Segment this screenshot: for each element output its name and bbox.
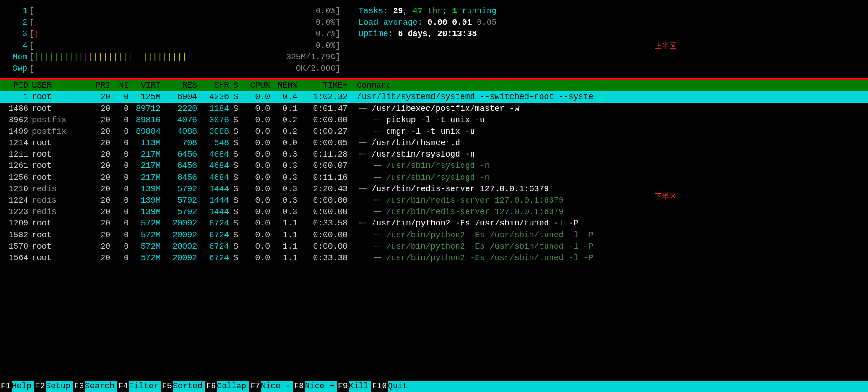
cell-user: root [28,137,88,149]
table-row[interactable]: 1224redis200139M57921444S0.00.30:00.00│ … [0,195,868,206]
fkey-f3[interactable]: F3 [73,381,85,392]
cell-res: 6456 [161,172,197,183]
cell-pid: 1256 [1,172,28,183]
cell-user: root [28,160,88,172]
table-row[interactable]: 1570root200572M200926724S0.01.10:00.00│ … [0,241,868,252]
cell-mem: 1.1 [270,218,297,229]
cell-res: 5792 [161,183,197,195]
cell-ni: 0 [110,183,129,195]
table-row[interactable]: 1209root200572M200926724S0.01.10:33.58├─… [0,218,868,229]
table-header[interactable]: PID USER PRI NI VIRT RES SHR S CPU% MEM%… [0,80,868,91]
cell-command: │ ├─ /usr/bin/python2 -Es /usr/sbin/tune… [348,230,868,241]
fkey-f2[interactable]: F2 [34,381,46,392]
fkey-f5[interactable]: F5 [161,381,173,392]
cell-ni: 0 [110,195,129,206]
fkey-label-f3[interactable]: Search [85,381,117,392]
cell-command: │ └─ /usr/sbin/rsyslogd -n [348,172,868,183]
fkey-f9[interactable]: F9 [337,381,349,392]
col-pid[interactable]: PID [1,80,28,91]
table-row[interactable]: 1223redis200139M57921444S0.00.30:00.00│ … [0,206,868,218]
table-row[interactable]: 1210redis200139M57921444S0.00.32:20.43├─… [0,183,868,195]
cell-user: root [28,172,88,183]
cell-cpu: 0.0 [243,103,270,115]
cell-pri: 20 [88,137,110,149]
cell-pri: 20 [88,103,110,115]
cell-time: 0:33.38 [297,252,348,264]
cell-virt: 125M [129,91,161,103]
table-row[interactable]: 3962postfix2008981640763076S0.00.20:00.0… [0,115,868,126]
cell-shr: 1184 [197,103,229,115]
fkey-label-f6[interactable]: Collap [217,381,249,392]
cell-mem: 1.1 [270,230,297,241]
cell-pid: 1499 [1,126,28,137]
load-5m: 0.01 [452,18,472,27]
cell-virt: 572M [129,218,161,229]
cell-ni: 0 [110,126,129,137]
table-row[interactable]: 1214root200113M708548S0.00.00:00.05├─ /u… [0,137,868,149]
cell-pri: 20 [88,160,110,172]
col-ni[interactable]: NI [110,80,129,91]
fkey-f8[interactable]: F8 [293,381,305,392]
cell-state: S [229,206,243,218]
cell-virt: 572M [129,252,161,264]
fkey-label-f9[interactable]: Kill [349,381,371,392]
fkey-label-f1[interactable]: Help [12,381,34,392]
cell-pri: 20 [88,126,110,137]
table-row[interactable]: 1256root200217M64564684S0.00.30:11.16│ └… [0,172,868,183]
table-row[interactable]: 1486root2008971222201184S0.00.10:01.47├─… [0,103,868,115]
cell-ni: 0 [110,241,129,252]
meter-value: 0.0% [185,17,335,28]
cell-virt: 217M [129,149,161,160]
cell-shr: 6724 [197,241,229,252]
cell-pid: 3962 [1,115,28,126]
fkey-label-f10[interactable]: Quit [388,381,410,392]
col-pri[interactable]: PRI [88,80,110,91]
col-cpu[interactable]: CPU% [243,80,270,91]
cell-shr: 3088 [197,126,229,137]
col-shr[interactable]: SHR [197,80,229,91]
fkey-f10[interactable]: F10 [371,381,388,392]
cell-cpu: 0.0 [243,115,270,126]
table-row[interactable]: 1564root200572M200926724S0.01.10:33.38│ … [0,252,868,264]
table-row[interactable]: 1261root200217M64564684S0.00.30:00.07│ ├… [0,160,868,172]
cell-command: │ └─ qmgr -l -t unix -u [348,126,868,137]
fkey-label-f4[interactable]: Filter [129,381,161,392]
cell-state: S [229,126,243,137]
cell-res: 20092 [161,218,197,229]
cell-virt: 89816 [129,115,161,126]
cell-user: redis [28,183,88,195]
cell-state: S [229,241,243,252]
cell-cpu: 0.0 [243,230,270,241]
table-row[interactable]: 1root200125M69044236S0.00.41:02.32/usr/l… [0,91,868,103]
fkey-label-f7[interactable]: Nice - [261,381,293,392]
fkey-label-f5[interactable]: Sorted [173,381,205,392]
cell-shr: 4236 [197,91,229,103]
cell-res: 6904 [161,91,197,103]
cell-time: 2:20.43 [297,183,348,195]
col-cmd[interactable]: Command [348,80,868,91]
col-s[interactable]: S [229,80,243,91]
col-time[interactable]: TIME+ [297,80,348,91]
col-mem[interactable]: MEM% [270,80,297,91]
cell-pid: 1564 [1,252,28,264]
cell-res: 708 [161,137,197,149]
col-user[interactable]: USER [28,80,88,91]
table-row[interactable]: 1582root200572M200926724S0.01.10:00.00│ … [0,230,868,241]
col-res[interactable]: RES [161,80,197,91]
meter-label: 3 [7,28,29,40]
fkey-f6[interactable]: F6 [205,381,217,392]
fkey-f4[interactable]: F4 [117,381,129,392]
fkey-label-f8[interactable]: Nice + [305,381,337,392]
tasks-total: 29 [393,6,403,16]
table-row[interactable]: 1499postfix2008988440883088S0.00.20:00.2… [0,126,868,137]
fkey-label-f2[interactable]: Setup [46,381,73,392]
cell-mem: 0.1 [270,103,297,115]
table-row[interactable]: 1211root200217M64564684S0.00.30:11.28├─ … [0,149,868,160]
fkey-f7[interactable]: F7 [249,381,261,392]
cell-mem: 0.2 [270,115,297,126]
col-virt[interactable]: VIRT [129,80,161,91]
process-table[interactable]: PID USER PRI NI VIRT RES SHR S CPU% MEM%… [0,80,868,264]
tasks-label: Tasks: [359,6,393,16]
fkey-f1[interactable]: F1 [0,381,12,392]
cell-shr: 3076 [197,115,229,126]
